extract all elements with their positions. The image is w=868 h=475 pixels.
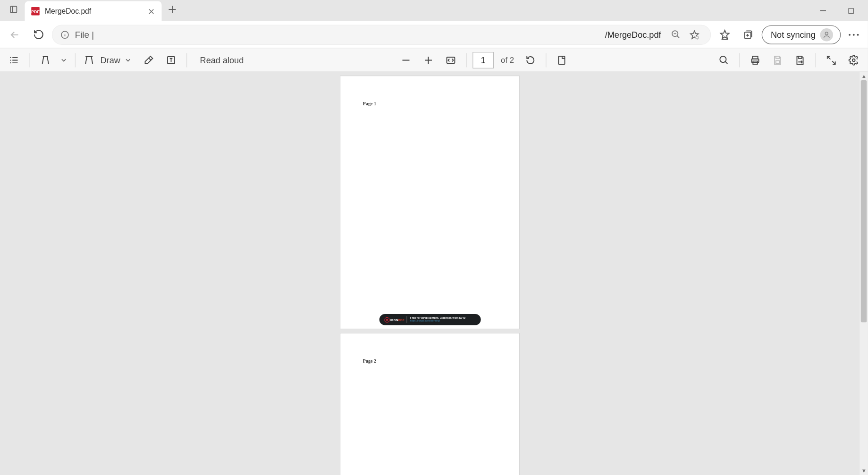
settings-and-more-button[interactable] [844,25,863,44]
svg-point-29 [857,34,859,35]
svg-line-36 [149,58,151,60]
back-button[interactable] [5,25,25,45]
pdf-toolbar: Draw Read aloud of 2 [0,49,868,72]
pdf-viewer[interactable]: Page 1 IRONPDF Free for development. Lic… [0,72,860,475]
ironpdf-logo-iron: IRON [390,318,398,322]
add-favorite-button[interactable] [686,25,704,43]
svg-marker-21 [721,30,729,38]
svg-rect-50 [776,56,780,58]
save-as-button[interactable] [791,51,809,69]
svg-point-57 [386,319,388,321]
viewer-scrollbar[interactable]: ▲ ▼ [860,72,868,475]
pdf-toolbar-right [715,51,863,69]
reload-button[interactable] [28,25,49,45]
pdf-page-2[interactable]: Page 2 [340,333,520,475]
svg-point-28 [853,34,855,35]
contents-button[interactable] [5,51,24,69]
svg-point-34 [10,59,11,60]
svg-text:PDF: PDF [31,9,40,14]
rotate-button[interactable] [521,51,540,69]
page-number-input[interactable] [472,51,494,68]
tab-title: MergeDoc.pdf [45,7,142,16]
toolbar-divider [30,53,30,67]
collections-button[interactable] [738,25,758,45]
pdf-settings-button[interactable] [844,51,863,69]
svg-line-46 [725,61,728,64]
svg-point-26 [826,32,828,34]
fullscreen-button[interactable] [822,51,841,69]
browser-tab-strip: PDF MergeDoc.pdf [0,0,868,21]
erase-button[interactable] [139,51,158,69]
svg-rect-9 [849,8,853,13]
toolbar-divider [466,53,466,67]
read-aloud-label: Read aloud [195,55,249,65]
site-info-icon[interactable] [59,29,70,40]
browser-toolbar: File | /MergeDoc.pdf Not syncing [0,21,868,49]
sync-label: Not syncing [771,30,816,39]
svg-point-33 [10,57,11,58]
svg-line-15 [677,36,679,38]
address-bar[interactable]: File | /MergeDoc.pdf [52,25,711,45]
favorites-button[interactable] [715,25,735,45]
svg-point-45 [720,56,726,62]
address-bar-tools [667,25,704,43]
tab-actions-button[interactable] [2,0,25,19]
watermark-text: Free for development. Licenses from $749… [410,317,465,322]
zoom-out-button[interactable] [396,51,415,69]
profile-sync-button[interactable]: Not syncing [762,25,841,44]
svg-point-27 [849,34,851,35]
page-view-button[interactable] [552,51,571,69]
draw-button[interactable]: Draw [82,51,136,69]
add-text-button[interactable] [161,51,180,69]
page-total-label: of 2 [501,56,514,65]
highlight-chevron-button[interactable] [59,51,69,69]
fit-width-button[interactable] [441,51,460,69]
print-button[interactable] [746,51,765,69]
draw-button-label: Draw [101,55,120,65]
svg-point-55 [852,59,855,61]
ironpdf-watermark: IRONPDF Free for development. Licenses f… [379,314,481,325]
zoom-out-indicator-icon[interactable] [667,25,685,43]
address-bar-left-text: File | [75,30,94,40]
toolbar-divider [816,53,816,67]
save-button[interactable] [768,51,787,69]
pdf-page-1[interactable]: Page 1 IRONPDF Free for development. Lic… [340,76,520,330]
address-bar-right-text: /MergeDoc.pdf [605,30,661,39]
read-aloud-button[interactable]: Read aloud [193,51,253,69]
window-minimize-button[interactable] [809,2,837,20]
svg-point-35 [10,62,11,63]
svg-rect-52 [799,56,802,58]
pdf-file-icon: PDF [31,7,40,16]
svg-line-54 [832,61,835,64]
toolbar-divider [186,53,187,67]
svg-rect-51 [776,60,780,63]
scrollbar-thumb[interactable] [861,80,867,322]
svg-line-53 [827,56,831,59]
zoom-in-button[interactable] [419,51,438,69]
close-tab-button[interactable] [146,7,156,16]
page-1-heading: Page 1 [363,101,376,106]
find-button[interactable] [715,51,733,69]
svg-rect-0 [10,6,17,12]
scroll-up-button[interactable]: ▲ [860,72,868,81]
browser-tab[interactable]: PDF MergeDoc.pdf [25,1,162,22]
toolbar-divider [740,53,740,67]
watermark-line2: https://ironpdf.com/licensing/ [410,320,465,322]
ironpdf-logo: IRONPDF [383,316,405,323]
new-tab-button[interactable] [162,0,183,19]
window-controls [809,0,866,21]
watermark-divider [406,316,407,323]
scroll-down-button[interactable]: ▼ [860,467,868,475]
profile-avatar-icon [820,28,834,41]
toolbar-divider [75,53,76,67]
page-2-heading: Page 2 [363,358,376,364]
ironpdf-logo-pdf: PDF [398,318,405,322]
highlight-button[interactable] [36,51,55,69]
toolbar-divider [546,53,547,67]
window-maximize-button[interactable] [837,2,865,20]
